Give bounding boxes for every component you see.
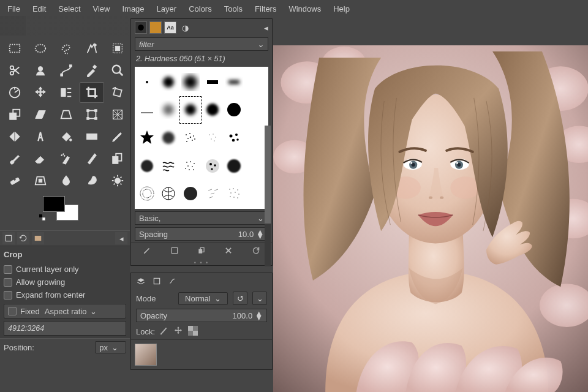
tool-measure[interactable] — [2, 82, 27, 103]
menu-tools[interactable]: Tools — [218, 2, 249, 13]
tab-menu-arrow-icon[interactable]: ◂ — [264, 23, 268, 32]
tool-align[interactable] — [54, 82, 78, 103]
brush-item[interactable] — [224, 68, 246, 96]
tool-blend[interactable] — [80, 126, 104, 147]
tool-perspective[interactable] — [54, 104, 78, 125]
brush-item[interactable] — [158, 179, 180, 208]
brush-item[interactable] — [245, 96, 267, 124]
brush-item[interactable] — [158, 68, 180, 96]
channels-tab-icon[interactable] — [151, 276, 163, 287]
brush-item[interactable] — [245, 179, 267, 208]
tool-paths[interactable] — [54, 60, 78, 81]
menu-image[interactable]: Image — [116, 2, 150, 13]
menu-filters[interactable]: Filters — [249, 2, 282, 13]
tool-ellipse-select[interactable] — [28, 38, 53, 59]
brush-filter-input[interactable]: filter ⌄ — [135, 37, 268, 51]
canvas-image[interactable] — [273, 45, 588, 392]
brush-grid[interactable] — [135, 67, 268, 209]
reset-colors-icon[interactable] — [39, 213, 45, 219]
unit-combo[interactable]: px⌄ — [95, 341, 126, 353]
brush-item[interactable] — [158, 124, 180, 152]
tool-foreground-select[interactable] — [28, 60, 53, 81]
spacing-slider[interactable]: Spacing 10.0▲▼ — [135, 227, 268, 241]
tool-blur[interactable] — [54, 170, 78, 191]
tool-smudge[interactable] — [80, 170, 104, 191]
menu-view[interactable]: View — [87, 2, 116, 13]
tool-eraser[interactable] — [28, 148, 53, 169]
brush-item[interactable] — [136, 152, 158, 180]
brush-item[interactable] — [202, 124, 224, 152]
tool-unified-transform[interactable] — [80, 104, 104, 125]
canvas[interactable] — [273, 45, 588, 392]
brush-item[interactable] — [245, 68, 267, 96]
brush-item[interactable] — [202, 68, 224, 96]
expand-from-center-checkbox[interactable] — [4, 291, 12, 300]
brush-item[interactable] — [245, 152, 267, 180]
dock-resize-handle[interactable]: • • • — [131, 260, 272, 265]
brush-item[interactable] — [158, 152, 180, 180]
fonts-tab-icon[interactable]: Aa — [164, 21, 176, 34]
tool-airbrush[interactable] — [54, 148, 78, 169]
aspect-ratio-input[interactable]: 4912:3264 — [4, 321, 126, 336]
brushes-tab-icon[interactable] — [135, 21, 147, 34]
menu-help[interactable]: Help — [327, 2, 356, 13]
mode-combo[interactable]: Normal⌄ — [178, 292, 228, 305]
brush-item[interactable] — [202, 96, 224, 124]
tool-options-tab-icon[interactable] — [2, 232, 15, 244]
tool-zoom[interactable] — [105, 60, 130, 81]
brush-item[interactable] — [224, 96, 246, 124]
images-tab-icon[interactable] — [32, 232, 44, 244]
brush-item[interactable] — [158, 96, 180, 124]
brush-item[interactable] — [136, 68, 158, 96]
delete-brush-icon[interactable] — [224, 246, 233, 257]
allow-growing-checkbox[interactable] — [4, 278, 12, 287]
duplicate-brush-icon[interactable] — [197, 246, 206, 257]
undo-history-tab-icon[interactable] — [17, 232, 29, 244]
help-icon[interactable]: ◑ — [179, 21, 191, 34]
brush-item[interactable] — [179, 124, 202, 152]
lock-pixels-icon[interactable] — [159, 326, 170, 337]
mode-menu-icon[interactable]: ⌄ — [252, 292, 267, 305]
lock-alpha-icon[interactable] — [188, 326, 199, 337]
brush-item[interactable] — [245, 124, 267, 152]
refresh-brushes-icon[interactable] — [252, 246, 260, 257]
fixed-checkbox[interactable] — [8, 307, 17, 315]
brush-grid-scrollbar[interactable] — [265, 126, 271, 266]
tool-paintbrush[interactable] — [2, 148, 27, 169]
menu-colors[interactable]: Colors — [183, 2, 218, 13]
menu-windows[interactable]: Windows — [282, 2, 327, 13]
tool-bucket-fill[interactable] — [54, 126, 78, 147]
brush-item[interactable] — [136, 96, 158, 124]
tool-crop[interactable] — [80, 82, 104, 103]
brush-preset-combo[interactable]: Basic,⌄ — [135, 211, 268, 225]
brush-item[interactable] — [224, 152, 246, 180]
edit-brush-icon[interactable] — [143, 246, 151, 257]
tool-perspective-clone[interactable] — [28, 170, 53, 191]
tab-menu-arrow-icon[interactable]: ◂ — [115, 232, 127, 244]
tool-heal[interactable] — [2, 170, 27, 191]
lock-position-icon[interactable] — [173, 326, 184, 337]
tool-free-select[interactable] — [54, 38, 78, 59]
brush-item[interactable] — [136, 124, 158, 152]
tool-fuzzy-select[interactable] — [80, 38, 104, 59]
tool-shear[interactable] — [28, 104, 53, 125]
foreground-color-swatch[interactable] — [43, 196, 65, 212]
tool-dodge[interactable] — [105, 170, 130, 191]
opacity-stepper[interactable]: ▲▼ — [255, 311, 263, 320]
tool-clone[interactable] — [105, 148, 130, 169]
tool-flip[interactable] — [2, 126, 27, 147]
mode-reset-icon[interactable]: ↺ — [233, 292, 247, 305]
menu-file[interactable]: File — [1, 2, 26, 13]
patterns-tab-icon[interactable] — [149, 21, 162, 34]
menu-edit[interactable]: Edit — [26, 2, 52, 13]
menu-layer[interactable]: Layer — [151, 2, 183, 13]
fixed-combo[interactable]: Fixed Aspect ratio ⌄ — [4, 304, 126, 318]
current-layer-only-checkbox[interactable] — [4, 265, 12, 274]
spacing-stepper[interactable]: ▲▼ — [256, 230, 264, 238]
tool-move[interactable] — [28, 82, 53, 103]
tool-by-color-select[interactable] — [105, 38, 130, 59]
paths-tab-icon[interactable] — [167, 276, 179, 287]
brush-item-selected[interactable] — [179, 96, 202, 124]
brush-item[interactable] — [179, 68, 202, 96]
tool-rectangle-select[interactable] — [2, 38, 27, 59]
